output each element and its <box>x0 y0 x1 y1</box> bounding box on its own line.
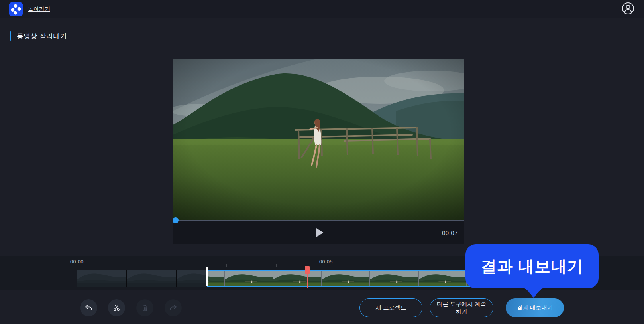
export-callout-text: 결과 내보내기 <box>481 255 583 277</box>
cut-button[interactable] <box>108 299 125 316</box>
trim-start-handle[interactable] <box>206 267 208 286</box>
video-scene <box>173 59 464 221</box>
app-root: 돌아가기 동영상 잘라내기 <box>0 0 644 324</box>
export-callout: 결과 내보내기 <box>465 244 599 288</box>
timeline-thumbnail <box>419 271 467 286</box>
redo-button[interactable] <box>165 299 182 316</box>
timeline-thumbnail <box>225 271 274 286</box>
timeline-thumbnail <box>370 271 419 286</box>
title-accent-bar <box>10 31 11 41</box>
ruler-tick <box>177 264 177 267</box>
ruler-tick <box>326 264 326 267</box>
timeline-thumbnail <box>207 271 225 286</box>
scissors-icon <box>112 304 121 312</box>
ruler-tick <box>276 264 277 267</box>
back-link[interactable]: 돌아가기 <box>28 0 50 18</box>
timeline-thumbnail <box>127 270 177 287</box>
ruler-tick <box>77 264 77 267</box>
time-display: 00:07 <box>442 229 458 236</box>
playhead[interactable] <box>305 266 310 288</box>
export-result-button[interactable]: 결과 내보내기 <box>506 298 564 317</box>
page-title-row: 동영상 잘라내기 <box>10 31 67 41</box>
undo-button[interactable] <box>80 299 97 316</box>
timeline-thumbnail <box>273 271 322 286</box>
ruler-tick <box>226 264 227 267</box>
timeline-thumbnails-trimmed[interactable] <box>77 270 207 287</box>
export-callout-tail <box>522 288 545 298</box>
playhead-stem <box>307 274 308 288</box>
new-project-button[interactable]: 새 프로젝트 <box>359 298 422 317</box>
profile-icon <box>622 2 634 15</box>
top-bar: 돌아가기 <box>0 0 644 18</box>
redo-icon <box>169 304 177 312</box>
app-logo[interactable] <box>9 2 23 16</box>
ruler-tick <box>376 264 376 267</box>
account-button[interactable] <box>622 2 634 15</box>
timeline-thumbnail <box>322 271 371 286</box>
trash-icon <box>141 304 149 312</box>
ruler-tick <box>127 264 127 267</box>
delete-button[interactable] <box>136 299 153 316</box>
undo-icon <box>84 304 93 312</box>
video-frame[interactable] <box>173 59 464 221</box>
player-controls: 00:07 <box>173 221 464 244</box>
seek-handle[interactable] <box>173 217 179 223</box>
page-title: 동영상 잘라내기 <box>17 32 67 41</box>
video-player: 00:07 <box>173 59 464 244</box>
timeline-thumbnail <box>77 270 127 287</box>
play-button[interactable] <box>316 228 323 237</box>
logo-dots-icon <box>9 2 23 16</box>
ruler-tick <box>426 264 426 267</box>
continue-other-tool-button[interactable]: 다른 도구에서 계속하기 <box>430 298 493 317</box>
playhead-cap <box>305 266 310 274</box>
timeline-thumbnail <box>177 270 207 287</box>
